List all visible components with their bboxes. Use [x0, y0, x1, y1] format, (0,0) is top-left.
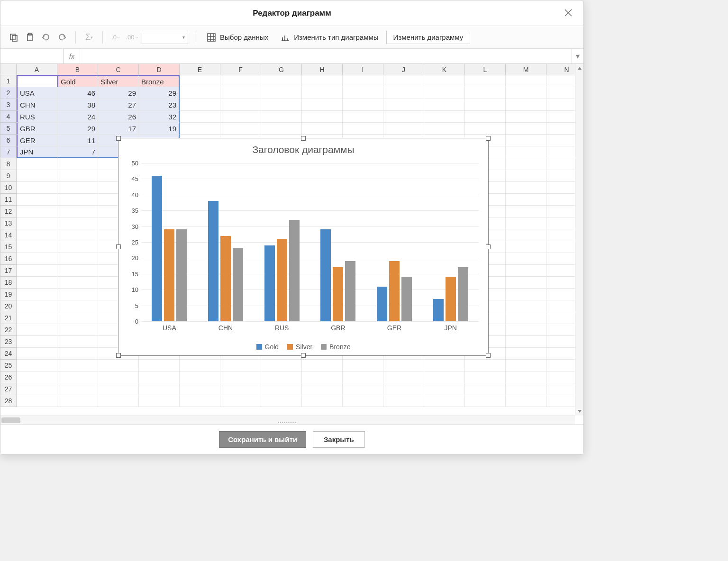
- cell[interactable]: [343, 111, 383, 123]
- edit-chart-button[interactable]: Изменить диаграмму: [386, 31, 471, 44]
- column-header-L[interactable]: L: [465, 64, 506, 75]
- row-header-24[interactable]: 24: [0, 348, 17, 360]
- cell[interactable]: [17, 324, 57, 336]
- cell[interactable]: [17, 312, 57, 324]
- cell[interactable]: [57, 182, 98, 194]
- cell[interactable]: [383, 383, 424, 395]
- cell[interactable]: [465, 383, 506, 395]
- row-header-21[interactable]: 21: [0, 312, 17, 324]
- row-header-6[interactable]: 6: [0, 135, 17, 146]
- cell[interactable]: [139, 383, 180, 395]
- cell[interactable]: [57, 277, 98, 289]
- cell[interactable]: [17, 229, 57, 241]
- cell[interactable]: [383, 111, 424, 123]
- cell[interactable]: [424, 87, 465, 99]
- cell[interactable]: [465, 395, 506, 407]
- cell[interactable]: [506, 87, 546, 99]
- cell[interactable]: [220, 99, 261, 111]
- cell[interactable]: [139, 360, 180, 371]
- column-header-I[interactable]: I: [343, 64, 383, 75]
- legend-item[interactable]: Silver: [287, 343, 312, 351]
- cell[interactable]: [220, 395, 261, 407]
- bar-gold[interactable]: [433, 299, 444, 321]
- cell[interactable]: [220, 87, 261, 99]
- cell[interactable]: [302, 371, 343, 383]
- cell[interactable]: [465, 111, 506, 123]
- cell[interactable]: [506, 206, 546, 217]
- vertical-scrollbar[interactable]: [575, 64, 583, 416]
- cell[interactable]: [424, 99, 465, 111]
- row-header-5[interactable]: 5: [0, 123, 17, 135]
- cell[interactable]: [17, 348, 57, 360]
- row-header-8[interactable]: 8: [0, 158, 17, 170]
- cell[interactable]: [180, 75, 220, 87]
- cell[interactable]: [302, 395, 343, 407]
- cell[interactable]: CHN: [17, 99, 57, 111]
- row-header-11[interactable]: 11: [0, 194, 17, 206]
- bar-silver[interactable]: [277, 239, 287, 321]
- bar-bronze[interactable]: [176, 229, 187, 321]
- formula-expand-icon[interactable]: ▾: [571, 49, 583, 63]
- cell[interactable]: [261, 360, 302, 371]
- bar-gold[interactable]: [208, 201, 218, 321]
- bar-bronze[interactable]: [401, 277, 412, 321]
- cell[interactable]: [506, 229, 546, 241]
- cell[interactable]: [506, 194, 546, 206]
- resize-handle-se[interactable]: [486, 353, 491, 358]
- cell[interactable]: [465, 87, 506, 99]
- cell[interactable]: [343, 123, 383, 135]
- column-header-B[interactable]: B: [57, 64, 98, 75]
- cell[interactable]: 29: [57, 123, 98, 135]
- legend-item[interactable]: Gold: [256, 343, 279, 351]
- row-header-12[interactable]: 12: [0, 206, 17, 217]
- cell[interactable]: 23: [139, 99, 180, 111]
- cell[interactable]: [17, 336, 57, 348]
- cell[interactable]: [506, 241, 546, 253]
- cell[interactable]: [343, 87, 383, 99]
- cell[interactable]: 19: [139, 123, 180, 135]
- chart-title[interactable]: Заголовок диаграммы: [118, 138, 488, 158]
- cell[interactable]: [17, 194, 57, 206]
- cell[interactable]: [424, 371, 465, 383]
- row-header-20[interactable]: 20: [0, 300, 17, 312]
- resize-handle-n[interactable]: [301, 136, 306, 141]
- cell[interactable]: [261, 383, 302, 395]
- redo-icon[interactable]: [55, 31, 69, 44]
- cell[interactable]: [180, 123, 220, 135]
- cell[interactable]: [180, 395, 220, 407]
- cell[interactable]: [383, 87, 424, 99]
- cell[interactable]: [302, 360, 343, 371]
- cell[interactable]: [424, 395, 465, 407]
- row-header-4[interactable]: 4: [0, 111, 17, 123]
- cell[interactable]: [180, 99, 220, 111]
- cell[interactable]: [57, 206, 98, 217]
- cell[interactable]: [57, 158, 98, 170]
- row-header-9[interactable]: 9: [0, 170, 17, 182]
- cell[interactable]: [465, 360, 506, 371]
- cell[interactable]: [383, 360, 424, 371]
- cell[interactable]: [57, 300, 98, 312]
- cell[interactable]: [343, 360, 383, 371]
- horizontal-scrollbar[interactable]: [0, 416, 575, 424]
- cell[interactable]: [506, 371, 546, 383]
- row-header-7[interactable]: 7: [0, 146, 17, 158]
- cell[interactable]: [139, 371, 180, 383]
- cell[interactable]: [98, 371, 139, 383]
- cell[interactable]: [424, 123, 465, 135]
- cell[interactable]: 11: [57, 135, 98, 146]
- cell[interactable]: [506, 135, 546, 146]
- cell[interactable]: [506, 336, 546, 348]
- column-header-M[interactable]: M: [506, 64, 546, 75]
- row-header-10[interactable]: 10: [0, 182, 17, 194]
- column-header-C[interactable]: C: [98, 64, 139, 75]
- close-button[interactable]: Закрыть: [313, 431, 365, 448]
- column-header-G[interactable]: G: [261, 64, 302, 75]
- cell[interactable]: [383, 99, 424, 111]
- row-header-3[interactable]: 3: [0, 99, 17, 111]
- cell[interactable]: [506, 324, 546, 336]
- cell[interactable]: [57, 289, 98, 300]
- select-all-corner[interactable]: [0, 64, 17, 75]
- cell[interactable]: [139, 395, 180, 407]
- decrease-decimal-icon[interactable]: .0←: [109, 31, 123, 44]
- resize-handle-ne[interactable]: [486, 136, 491, 141]
